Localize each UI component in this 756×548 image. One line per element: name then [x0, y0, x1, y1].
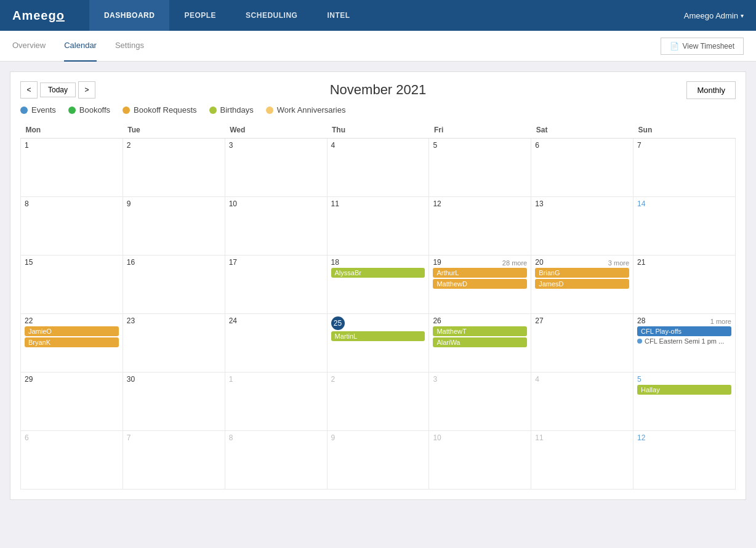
- day-number: 11: [331, 199, 339, 208]
- calendar-day-cell[interactable]: 10: [225, 197, 327, 256]
- event-bar[interactable]: CFL Play-offs: [637, 326, 731, 336]
- day-number: 1: [229, 375, 233, 384]
- calendar-day-cell[interactable]: 18AlyssaBr: [327, 256, 429, 314]
- calendar-legend: Events Bookoffs Bookoff Requests Birthda…: [20, 105, 736, 115]
- day-number: 29: [25, 375, 33, 384]
- event-bar[interactable]: ArthurL: [433, 268, 527, 278]
- calendar-day-cell[interactable]: 4: [531, 373, 633, 431]
- calendar-day-cell[interactable]: 6: [531, 139, 633, 197]
- event-bar[interactable]: BrianG: [535, 268, 629, 278]
- today-button[interactable]: Today: [40, 83, 76, 97]
- event-bar[interactable]: AlyssaBr: [331, 268, 425, 278]
- event-bar[interactable]: MatthewT: [433, 326, 527, 336]
- calendar-day-cell[interactable]: 26MatthewTAlariWa: [429, 314, 531, 373]
- day-number: 14: [637, 199, 645, 208]
- calendar-day-cell[interactable]: 14: [633, 197, 736, 256]
- legend-bookoffs-label: Bookoffs: [79, 105, 110, 115]
- calendar-day-cell[interactable]: 9: [123, 197, 225, 256]
- event-bar[interactable]: BryanK: [25, 337, 119, 347]
- day-number: 11: [535, 433, 543, 442]
- calendar-day-cell[interactable]: 10: [429, 431, 531, 490]
- day-number: 4: [535, 375, 539, 384]
- events-dot: [20, 107, 28, 114]
- day-number: 1: [25, 141, 29, 150]
- nav-scheduling[interactable]: SCHEDULING: [231, 0, 312, 31]
- calendar-day-cell[interactable]: 11: [327, 197, 429, 256]
- calendar-day-cell[interactable]: 3: [225, 139, 327, 197]
- weekday-wed: Wed: [225, 122, 327, 139]
- anniversaries-dot: [266, 107, 273, 114]
- calendar-day-cell[interactable]: 6: [21, 431, 123, 490]
- calendar-day-cell[interactable]: 30: [123, 373, 225, 431]
- view-timesheet-button[interactable]: 📄 View Timesheet: [661, 38, 744, 55]
- event-bar[interactable]: JamesD: [535, 279, 629, 289]
- calendar-day-cell[interactable]: 1928 moreArthurLMatthewD: [429, 256, 531, 314]
- nav-dashboard[interactable]: DASHBOARD: [89, 0, 170, 31]
- monthly-view-button[interactable]: Monthly: [686, 81, 736, 99]
- calendar-day-cell[interactable]: 22JamieOBryanK: [21, 314, 123, 373]
- day-number: 2: [331, 375, 336, 384]
- today-indicator: 25: [331, 316, 345, 330]
- calendar-day-cell[interactable]: 2: [327, 373, 429, 431]
- calendar-day-cell[interactable]: 25MartinL: [327, 314, 429, 373]
- calendar-day-cell[interactable]: 8: [21, 197, 123, 256]
- event-bar[interactable]: MatthewD: [433, 279, 527, 289]
- calendar-day-cell[interactable]: 4: [327, 139, 429, 197]
- calendar-day-cell[interactable]: 203 moreBrianGJamesD: [531, 256, 633, 314]
- calendar-day-cell[interactable]: 3: [429, 373, 531, 431]
- calendar-day-cell[interactable]: 281 moreCFL Play-offsCFL Eastern Semi 1 …: [633, 314, 736, 373]
- calendar-day-cell[interactable]: 2: [123, 139, 225, 197]
- calendar-day-cell[interactable]: 12: [633, 431, 736, 490]
- nav-people[interactable]: PEOPLE: [169, 0, 231, 31]
- calendar-day-cell[interactable]: 1: [21, 139, 123, 197]
- event-dot-item[interactable]: CFL Eastern Semi 1 pm ...: [637, 337, 731, 345]
- event-bar[interactable]: MartinL: [331, 331, 425, 341]
- calendar-day-cell[interactable]: 12: [429, 197, 531, 256]
- calendar-day-cell[interactable]: 5: [429, 139, 531, 197]
- nav-links: DASHBOARD PEOPLE SCHEDULING INTEL: [89, 0, 684, 31]
- more-events-label[interactable]: 3 more: [608, 259, 629, 267]
- day-number: 18: [331, 258, 339, 267]
- user-menu[interactable]: Ameego Admin: [684, 11, 744, 20]
- nav-intel[interactable]: INTEL: [312, 0, 364, 31]
- calendar-day-cell[interactable]: 17: [225, 256, 327, 314]
- subnav-settings[interactable]: Settings: [115, 31, 144, 62]
- subnav-overview[interactable]: Overview: [12, 31, 46, 62]
- sub-nav-links: Overview Calendar Settings: [12, 31, 661, 62]
- calendar-day-cell[interactable]: 11: [531, 431, 633, 490]
- calendar-day-cell[interactable]: 13: [531, 197, 633, 256]
- subnav-calendar[interactable]: Calendar: [64, 31, 97, 62]
- calendar-day-cell[interactable]: 9: [327, 431, 429, 490]
- event-bar[interactable]: Hallay: [637, 385, 731, 395]
- calendar-title: November 2021: [330, 82, 427, 98]
- next-month-button[interactable]: >: [78, 81, 95, 99]
- more-events-label[interactable]: 28 more: [502, 259, 527, 267]
- day-number: 28: [637, 316, 645, 325]
- calendar-day-cell[interactable]: 7: [123, 431, 225, 490]
- calendar-day-cell[interactable]: 21: [633, 256, 736, 314]
- app-logo: Ameego: [12, 9, 65, 23]
- event-bar[interactable]: JamieO: [25, 326, 119, 336]
- calendar-day-cell[interactable]: 15: [21, 256, 123, 314]
- event-dot-label: CFL Eastern Semi 1 pm ...: [645, 337, 724, 345]
- prev-month-button[interactable]: <: [20, 81, 38, 99]
- calendar-day-cell[interactable]: 5Hallay: [633, 373, 736, 431]
- calendar-day-cell[interactable]: 1: [225, 373, 327, 431]
- calendar-day-cell[interactable]: 23: [123, 314, 225, 373]
- calendar-week-row: 891011121314: [21, 197, 736, 256]
- day-number: 7: [637, 141, 641, 150]
- calendar-day-cell[interactable]: 16: [123, 256, 225, 314]
- event-bar[interactable]: AlariWa: [433, 337, 527, 347]
- calendar-day-cell[interactable]: 24: [225, 314, 327, 373]
- day-number: 6: [535, 141, 539, 150]
- calendar-nav: < Today >: [20, 81, 95, 99]
- calendar-day-cell[interactable]: 27: [531, 314, 633, 373]
- calendar-day-cell[interactable]: 29: [21, 373, 123, 431]
- day-number: 16: [127, 258, 135, 267]
- day-number: 22: [25, 316, 33, 325]
- calendar-day-cell[interactable]: 8: [225, 431, 327, 490]
- more-events-label[interactable]: 1 more: [710, 318, 731, 325]
- calendar-day-cell[interactable]: 7: [633, 139, 736, 197]
- day-number: 3: [229, 141, 233, 150]
- calendar-grid: Mon Tue Wed Thu Fri Sat Sun 123456789101…: [20, 122, 736, 490]
